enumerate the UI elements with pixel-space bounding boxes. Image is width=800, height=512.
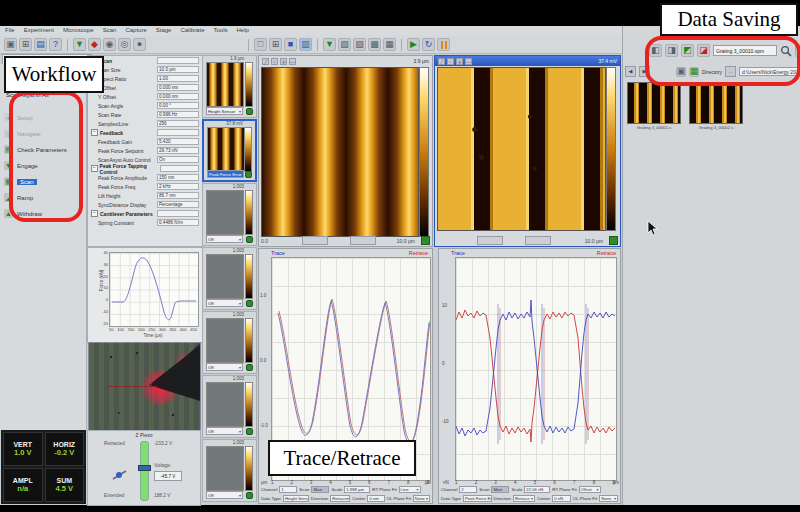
image1-button-1[interactable] xyxy=(302,236,328,245)
parameter-value[interactable]: 150 nm xyxy=(157,174,199,181)
stage-icon[interactable]: ⊞ xyxy=(19,38,32,51)
capture-abort-icon[interactable]: ▦ xyxy=(383,38,396,51)
height-sensor-scan-image[interactable] xyxy=(261,67,419,237)
channel-select-dropdown[interactable]: Peak Force Error xyxy=(207,170,244,178)
peak-force-error-scan-image[interactable] xyxy=(437,67,606,231)
histogram-icon[interactable] xyxy=(246,236,253,243)
parameter-value[interactable]: 0.00 ° xyxy=(157,102,199,109)
engage-icon[interactable]: ▼ xyxy=(73,38,86,51)
parameter-value[interactable]: 0.4486 N/m xyxy=(157,219,199,226)
channel-thumbnail[interactable]: 1.000 Off xyxy=(202,375,257,438)
histogram-icon[interactable] xyxy=(246,492,253,499)
control-value[interactable]: Height Sensor xyxy=(283,495,309,502)
ramp-icon[interactable] xyxy=(112,467,128,480)
snapshot-icon[interactable]: ● xyxy=(133,38,146,51)
menu-item[interactable]: File xyxy=(5,27,15,36)
control-value[interactable]: 2 xyxy=(459,486,477,493)
capture-icon[interactable]: ▼ xyxy=(323,38,336,51)
parameter-value[interactable]: 0.000 nm xyxy=(157,93,199,100)
channel-thumbnail[interactable]: 1.000 Off xyxy=(202,311,257,374)
parameter-value[interactable]: 5.420 xyxy=(157,138,199,145)
image2-button-2[interactable] xyxy=(525,236,551,245)
channel-preview-image[interactable] xyxy=(206,446,244,491)
parameter-value[interactable] xyxy=(157,57,199,64)
pan-icon[interactable]: ✛ xyxy=(456,58,463,65)
parameter-value[interactable]: 256 xyxy=(157,120,199,127)
parameter-value[interactable]: 29.73 nN xyxy=(157,147,199,154)
height-sensor-image-window[interactable]: ╱ ▫ ✛ — 3.9 µm 0.0 10.0 µm xyxy=(258,55,433,247)
channel-preview-image[interactable] xyxy=(206,318,244,363)
peak-force-error-image-window[interactable]: ╱ ▫ ✛ — 37.4 mV 10.0 µm xyxy=(434,55,621,247)
menu-item[interactable]: Stage xyxy=(156,27,172,36)
parameter-value[interactable] xyxy=(160,165,199,172)
parameter-value[interactable]: 0.000 nm xyxy=(157,84,199,91)
nav-back-icon[interactable]: ◀ xyxy=(625,66,636,77)
control-value[interactable]: None xyxy=(599,495,618,502)
captured-file[interactable]: Grating 3_00001.s xyxy=(627,82,681,130)
histogram-icon[interactable] xyxy=(246,428,253,435)
control-value[interactable]: 1.988 µm xyxy=(344,486,370,493)
layout-full-icon[interactable]: ■ xyxy=(284,38,297,51)
scan-start-icon[interactable]: ▶ xyxy=(407,38,420,51)
image1-button-2[interactable] xyxy=(350,236,376,245)
control-value[interactable]: Offset xyxy=(579,486,601,493)
control-value[interactable]: Line xyxy=(399,486,421,493)
control-value[interactable]: 0 nm xyxy=(367,495,384,502)
histogram-icon[interactable] xyxy=(245,171,252,178)
capture-now-icon[interactable]: ▧ xyxy=(338,38,351,51)
image2-button-1[interactable] xyxy=(477,236,503,245)
channel-preview-image[interactable] xyxy=(206,190,244,235)
video-icon[interactable]: ◎ xyxy=(118,38,131,51)
menu-item[interactable]: Calibrate xyxy=(180,27,204,36)
parameter-value[interactable] xyxy=(157,210,199,217)
capture-withdraw-icon[interactable]: ▩ xyxy=(368,38,381,51)
zoom-box-icon[interactable]: ▫ xyxy=(447,58,454,65)
channel-thumbnail[interactable]: 1.9 µm Height Sensor xyxy=(202,55,257,118)
measure-icon[interactable]: — xyxy=(289,58,296,65)
scan-refresh-icon[interactable]: ↻ xyxy=(422,38,435,51)
parameter-value[interactable]: 2 kHz xyxy=(157,183,199,190)
control-value[interactable]: Peak Force Erro xyxy=(463,495,492,502)
pencil-icon[interactable]: ╱ xyxy=(438,58,445,65)
parameter-value[interactable]: On xyxy=(157,156,199,163)
menu-item[interactable]: Scan xyxy=(103,27,117,36)
menu-item[interactable]: Tools xyxy=(213,27,227,36)
optical-camera-view[interactable] xyxy=(88,342,201,431)
parameter-value[interactable]: Percentage xyxy=(157,201,199,208)
control-value[interactable]: Main xyxy=(491,486,509,493)
scan-pause-icon[interactable] xyxy=(437,38,450,51)
captured-file-preview[interactable] xyxy=(627,82,681,124)
channel-preview-image[interactable] xyxy=(207,127,245,172)
menu-item[interactable]: Help xyxy=(236,27,248,36)
control-value[interactable]: 22.06 nN xyxy=(524,486,550,493)
parameter-value[interactable]: 0.996 Hz xyxy=(157,111,199,118)
control-value[interactable]: Retrace xyxy=(330,495,350,502)
channel-thumbnail[interactable]: 1.000 Off xyxy=(202,247,257,310)
measure-icon[interactable]: — xyxy=(465,58,472,65)
pencil-icon[interactable]: ╱ xyxy=(262,58,269,65)
camera-icon[interactable]: ◉ xyxy=(103,38,116,51)
captured-file[interactable]: Grating 3_00002.s xyxy=(689,82,743,130)
voltage-value[interactable]: -45.7 V xyxy=(154,471,182,481)
channel-select-dropdown[interactable]: Off xyxy=(206,363,243,371)
channel-select-dropdown[interactable]: Height Sensor xyxy=(206,107,243,115)
channel-preview-image[interactable] xyxy=(206,62,244,107)
captured-file-preview[interactable] xyxy=(689,82,743,124)
z-piezo-handle[interactable] xyxy=(138,465,151,471)
save-icon[interactable]: ▤ xyxy=(34,38,47,51)
withdraw-icon[interactable]: ◆ xyxy=(88,38,101,51)
channel-select-dropdown[interactable]: Off xyxy=(206,491,243,499)
zoom-box-icon[interactable]: ▫ xyxy=(271,58,278,65)
probe-setup-icon[interactable]: ▣ xyxy=(4,38,17,51)
histogram-icon[interactable] xyxy=(246,364,253,371)
control-value[interactable]: 1 xyxy=(279,486,297,493)
menu-item[interactable]: Capture xyxy=(125,27,146,36)
control-value[interactable]: None xyxy=(413,495,430,502)
menu-item[interactable]: Microscope xyxy=(63,27,94,36)
channel-thumbnail[interactable]: 1.000 Off xyxy=(202,439,257,502)
control-value[interactable]: Main xyxy=(311,486,329,493)
channel-thumbnail[interactable]: 1.000 Off xyxy=(202,183,257,246)
parameter-value[interactable]: 10.0 µm xyxy=(157,66,199,73)
channel-select-dropdown[interactable]: Off xyxy=(206,235,243,243)
parameter-value[interactable]: 86.7 nm xyxy=(157,192,199,199)
